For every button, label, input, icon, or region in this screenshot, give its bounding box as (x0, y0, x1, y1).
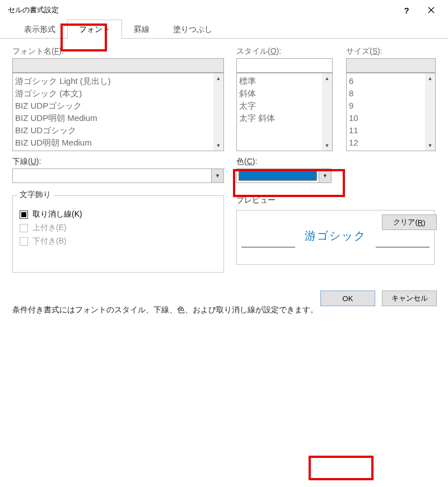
annotation-highlight-ok (309, 456, 374, 480)
checkbox-indeterminate-icon (21, 212, 26, 217)
list-item[interactable]: 游ゴシック Light (見出し) (15, 75, 221, 87)
list-item[interactable]: BIZ UDPゴシック (15, 100, 221, 112)
dialog-body: フォント名(F): 游ゴシック Light (見出し) 游ゴシック (本文) B… (0, 39, 448, 315)
chevron-down-icon[interactable]: ▼ (211, 169, 223, 182)
underline-combo[interactable]: ▼ (12, 168, 224, 183)
list-item[interactable]: 12 (349, 137, 433, 149)
chevron-down-icon[interactable]: ▼ (319, 169, 331, 182)
scroll-up-icon[interactable]: ▲ (322, 73, 332, 83)
preview-underline-left (241, 247, 295, 247)
list-item[interactable]: 11 (349, 124, 433, 137)
cancel-button[interactable]: キャンセル (382, 291, 437, 306)
scroll-down-icon[interactable]: ▼ (322, 141, 332, 151)
preview-text: 游ゴシック (305, 228, 366, 247)
list-item[interactable]: 10 (349, 112, 433, 124)
scrollbar[interactable]: ▲ ▼ (213, 73, 223, 151)
color-label: 色(C): (236, 157, 332, 167)
effects-group: 文字飾り 取り消し線(K) 上付き(E) 下付き(B) (12, 195, 224, 273)
preview-legend: プレビュー (236, 195, 435, 205)
list-item[interactable]: 9 (349, 100, 433, 112)
list-item[interactable]: 太字 斜体 (239, 112, 330, 124)
list-item[interactable]: BIZ UDゴシック (15, 124, 221, 137)
titlebar: セルの書式設定 ? (0, 0, 448, 20)
font-style-list[interactable]: 標準 斜体 太字 太字 斜体 ▲ ▼ (236, 73, 333, 151)
subscript-checkbox: 下付き(B) (20, 236, 217, 246)
scroll-down-icon[interactable]: ▼ (425, 141, 435, 151)
font-size-input[interactable] (346, 58, 436, 73)
tab-number-format[interactable]: 表示形式 (12, 20, 67, 39)
format-cells-dialog: セルの書式設定 ? 表示形式 フォント 罫線 塗りつぶし フォント名(F): (0, 0, 448, 487)
tab-border[interactable]: 罫線 (122, 20, 161, 39)
font-style-input[interactable] (236, 58, 333, 73)
tab-fill[interactable]: 塗りつぶし (161, 20, 224, 39)
color-combo[interactable]: ▼ (236, 168, 332, 183)
list-item[interactable]: BIZ UD明朝 Medium (15, 137, 221, 149)
help-icon: ? (404, 6, 409, 15)
list-item[interactable]: 6 (349, 75, 433, 87)
list-item[interactable]: BIZ UDP明朝 Medium (15, 112, 221, 124)
tab-strip: 表示形式 フォント 罫線 塗りつぶし (0, 20, 448, 39)
font-style-label: スタイル(O): (236, 46, 333, 57)
superscript-checkbox: 上付き(E) (20, 223, 217, 233)
color-swatch (239, 171, 317, 181)
scroll-up-icon[interactable]: ▲ (425, 73, 435, 83)
close-button[interactable] (419, 2, 444, 18)
strikethrough-checkbox[interactable]: 取り消し線(K) (20, 209, 217, 219)
font-size-label: サイズ(S): (346, 46, 436, 57)
effects-legend: 文字飾り (17, 190, 53, 200)
info-text: 条件付き書式にはフォントのスタイル、下線、色、および取り消し線が設定できます。 (12, 305, 437, 315)
font-name-input[interactable] (12, 58, 224, 73)
list-item[interactable]: 太字 (239, 100, 330, 112)
scrollbar[interactable]: ▲ ▼ (425, 73, 435, 151)
underline-label: 下線(U): (12, 157, 224, 167)
font-name-label: フォント名(F): (12, 46, 224, 57)
ok-button[interactable]: OK (320, 291, 375, 306)
clear-button[interactable]: クリア(R) (382, 214, 437, 230)
list-item[interactable]: 游ゴシック (本文) (15, 87, 221, 100)
tab-font[interactable]: フォント (67, 20, 122, 39)
list-item[interactable]: 斜体 (239, 87, 330, 100)
dialog-title: セルの書式設定 (8, 5, 394, 15)
preview-underline-right (376, 247, 430, 247)
list-item[interactable]: 標準 (239, 75, 330, 87)
font-size-list[interactable]: 6 8 9 10 11 12 ▲ ▼ (346, 73, 436, 151)
help-button[interactable]: ? (394, 2, 419, 18)
font-name-list[interactable]: 游ゴシック Light (見出し) 游ゴシック (本文) BIZ UDPゴシック… (12, 73, 224, 151)
scrollbar[interactable]: ▲ ▼ (322, 73, 332, 151)
close-icon (428, 6, 435, 15)
scroll-down-icon[interactable]: ▼ (213, 141, 223, 151)
scroll-up-icon[interactable]: ▲ (213, 73, 223, 83)
list-item[interactable]: 8 (349, 87, 433, 100)
underline-value (13, 169, 211, 182)
